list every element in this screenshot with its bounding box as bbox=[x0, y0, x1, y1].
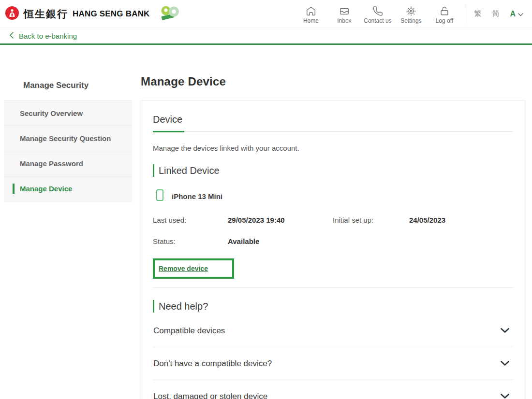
sidebar-item-label: Manage Device bbox=[20, 185, 72, 193]
device-details: Last used: 29/05/2023 19:40 Initial set … bbox=[153, 216, 513, 245]
smartphone-icon bbox=[156, 189, 163, 203]
nav-settings-label: Settings bbox=[400, 17, 421, 24]
tab-device[interactable]: Device bbox=[153, 114, 184, 132]
accordion-no-compatible-device[interactable]: Don't have a compatible device? bbox=[153, 347, 513, 380]
nav-home-label: Home bbox=[303, 17, 319, 24]
home-icon bbox=[306, 6, 316, 16]
device-name: iPhone 13 Mini bbox=[172, 192, 222, 200]
device-detail-row: Status: Available bbox=[153, 237, 513, 245]
sidebar-item-manage-security-question[interactable]: Manage Security Question bbox=[4, 126, 132, 151]
phone-icon bbox=[372, 6, 383, 16]
device-card: Device Manage the devices linked with yo… bbox=[141, 100, 525, 399]
bank-logo[interactable]: 恒生銀行 HANG SENG BANK bbox=[5, 4, 180, 24]
page-content: Manage Security Security Overview Manage… bbox=[0, 45, 532, 398]
lang-traditional-chinese[interactable]: 繁 bbox=[474, 9, 481, 18]
chevron-down-icon bbox=[501, 359, 509, 369]
initial-setup-label: Initial set up: bbox=[333, 216, 409, 224]
chevron-down-icon bbox=[501, 326, 509, 336]
need-help-heading: Need help? bbox=[153, 300, 513, 313]
active-indicator-bar bbox=[13, 184, 15, 194]
sidebar-item-manage-password[interactable]: Manage Password bbox=[4, 151, 132, 176]
highlight-box: Remove device bbox=[153, 258, 234, 279]
sidebar-menu: Security Overview Manage Security Questi… bbox=[4, 100, 132, 201]
remove-device-link[interactable]: Remove device bbox=[159, 265, 208, 272]
section-divider bbox=[153, 287, 513, 288]
sidebar-item-label: Manage Security Question bbox=[20, 134, 111, 142]
nav-inbox-label: Inbox bbox=[337, 17, 351, 24]
linked-device-heading: Linked Device bbox=[153, 164, 513, 177]
nav-log-off[interactable]: Log off bbox=[428, 4, 461, 24]
unlock-icon bbox=[439, 6, 450, 16]
anniversary-90-icon bbox=[160, 4, 180, 24]
nav-log-off-label: Log off bbox=[436, 17, 453, 24]
chevron-down-icon bbox=[501, 392, 509, 399]
lang-simplified-chinese[interactable]: 简 bbox=[492, 9, 499, 18]
accordion-lost-damaged-stolen[interactable]: Lost, damaged or stolen device bbox=[153, 380, 513, 399]
header-nav: Home Inbox Contact us bbox=[294, 4, 461, 24]
card-tab-row: Device bbox=[153, 114, 513, 132]
chevron-left-icon bbox=[10, 32, 14, 40]
language-switcher: 繁 简 A bbox=[474, 9, 523, 18]
sidebar-item-security-overview[interactable]: Security Overview bbox=[4, 101, 132, 126]
nav-contact-us-label: Contact us bbox=[364, 17, 391, 24]
main-panel: Manage Device Device Manage the devices … bbox=[141, 45, 525, 399]
initial-setup-value: 24/05/2023 bbox=[409, 216, 445, 224]
nav-home[interactable]: Home bbox=[294, 4, 327, 24]
accordion-compatible-devices[interactable]: Compatible devices bbox=[153, 314, 513, 347]
status-label: Status: bbox=[153, 237, 228, 245]
last-used-value: 29/05/2023 19:40 bbox=[228, 216, 333, 224]
accordion-label: Lost, damaged or stolen device bbox=[153, 392, 267, 399]
help-accordion: Compatible devices Don't have a compatib… bbox=[153, 314, 513, 399]
bank-logo-icon bbox=[5, 6, 19, 22]
app-header: 恒生銀行 HANG SENG BANK Home bbox=[0, 0, 532, 28]
device-detail-row: Last used: 29/05/2023 19:40 Initial set … bbox=[153, 216, 513, 224]
gear-icon bbox=[406, 6, 416, 16]
bank-logo-cjk-text: 恒生銀行 bbox=[24, 7, 68, 21]
last-used-label: Last used: bbox=[153, 216, 228, 224]
nav-contact-us[interactable]: Contact us bbox=[361, 4, 394, 24]
bank-logo-name: HANG SENG BANK bbox=[73, 9, 150, 19]
nav-settings[interactable]: Settings bbox=[394, 4, 428, 24]
accordion-label: Compatible devices bbox=[153, 326, 225, 336]
sidebar-title: Manage Security bbox=[23, 81, 132, 90]
chevron-down-icon bbox=[518, 10, 523, 18]
sidebar-item-label: Manage Password bbox=[20, 159, 83, 168]
font-size-selector[interactable]: A bbox=[510, 10, 523, 18]
back-link-label: Back to e-banking bbox=[19, 32, 77, 40]
page-title: Manage Device bbox=[141, 75, 525, 88]
sidebar-item-manage-device[interactable]: Manage Device bbox=[4, 176, 132, 201]
status-value: Available bbox=[228, 237, 333, 245]
security-sidebar: Manage Security Security Overview Manage… bbox=[4, 81, 132, 201]
card-description: Manage the devices linked with your acco… bbox=[153, 144, 513, 152]
inbox-icon bbox=[339, 6, 350, 16]
nav-inbox[interactable]: Inbox bbox=[327, 4, 361, 24]
linked-device-row: iPhone 13 Mini bbox=[153, 189, 513, 203]
back-bar: Back to e-banking bbox=[0, 28, 532, 45]
accordion-label: Don't have a compatible device? bbox=[153, 359, 272, 369]
header-divider bbox=[467, 4, 467, 24]
sidebar-item-label: Security Overview bbox=[20, 109, 83, 117]
font-size-label: A bbox=[510, 10, 516, 18]
back-to-ebanking-link[interactable]: Back to e-banking bbox=[10, 32, 77, 40]
